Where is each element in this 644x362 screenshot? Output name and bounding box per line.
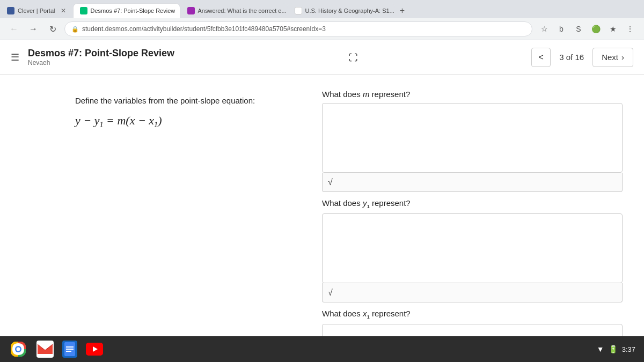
tab-desmos[interactable]: Desmos #7: Point-Slope Review ✕	[73, 3, 180, 18]
taskbar-chrome-icon[interactable]	[9, 339, 28, 359]
q3-label: What does x1 represent?	[322, 309, 623, 320]
tab-google-geo-label: U.S. History & Geography-A: S1...	[305, 8, 394, 14]
student-name: Nevaeh	[28, 59, 174, 67]
tab-brainly[interactable]: Answered: What is the correct e... ✕	[180, 3, 288, 18]
taskbar-apps	[9, 339, 103, 359]
tab-clever[interactable]: Clever | Portal ✕	[0, 3, 73, 18]
tab-brainly-label: Answered: What is the correct e...	[198, 8, 287, 14]
wifi-icon: ▼	[597, 345, 604, 353]
extension-star-icon[interactable]: ★	[605, 21, 620, 36]
q2-math-input[interactable]: √	[322, 283, 623, 302]
svg-rect-6	[66, 349, 74, 350]
main-content: Define the variables from the point-slop…	[0, 75, 644, 362]
hamburger-menu[interactable]: ☰	[11, 51, 19, 63]
q1-sqrt-icon: √	[328, 178, 333, 187]
page-counter: 3 of 16	[553, 53, 590, 62]
clever-tab-icon	[7, 7, 14, 14]
equation-display: y − y1 = m(x − x1)	[75, 114, 301, 129]
reload-button[interactable]: ↻	[45, 21, 60, 36]
equation-text: y − y1 = m(x − x1)	[75, 114, 162, 127]
address-bar: ← → ↻ 🔒 student.desmos.com/activitybuild…	[0, 18, 644, 40]
clock-display: 3:37	[622, 345, 635, 353]
taskbar: ▼ 🔋 3:37	[0, 336, 644, 362]
q1-answer-box[interactable]	[322, 103, 623, 173]
browser-actions: ☆ b S 🟢 ★ ⋮	[537, 21, 638, 36]
tab-clever-label: Clever | Portal	[18, 8, 55, 14]
battery-icon: 🔋	[609, 345, 618, 353]
url-bar[interactable]: 🔒 student.desmos.com/activitybuilder/stu…	[64, 21, 532, 36]
header-left: ☰ Desmos #7: Point-Slope Review Nevaeh	[11, 48, 174, 67]
svg-rect-5	[66, 346, 74, 348]
new-tab-button[interactable]: +	[395, 3, 410, 18]
lock-icon: 🔒	[71, 26, 79, 33]
q1-label: What does m represent?	[322, 90, 623, 99]
q2-sqrt-icon: √	[328, 288, 333, 298]
prev-button[interactable]: <	[531, 48, 551, 67]
q2-answer-box[interactable]	[322, 213, 623, 283]
tab-bar: Clever | Portal ✕ Desmos #7: Point-Slope…	[0, 0, 644, 18]
tab-desmos-label: Desmos #7: Point-Slope Review	[91, 8, 175, 14]
next-chevron-icon: ›	[621, 53, 624, 62]
forward-button[interactable]: →	[26, 21, 41, 36]
bookmark-icon[interactable]: ☆	[537, 21, 552, 36]
svg-rect-7	[66, 351, 71, 352]
profile-icon[interactable]: 🟢	[588, 21, 603, 36]
q2-label: What does y1 represent?	[322, 198, 623, 209]
next-button[interactable]: Next ›	[592, 48, 633, 67]
more-options-icon[interactable]: ⋮	[623, 21, 638, 36]
taskbar-right: ▼ 🔋 3:37	[597, 345, 635, 353]
activity-title: Desmos #7: Point-Slope Review	[28, 48, 174, 59]
tab-google-geo[interactable]: U.S. History & Geography-A: S1... ✕	[288, 3, 395, 18]
expand-button[interactable]	[345, 49, 362, 66]
right-panel: What does m represent? √ What does y1 re…	[322, 75, 644, 362]
google-geo-tab-icon	[295, 7, 302, 14]
taskbar-docs-icon[interactable]	[62, 341, 77, 358]
app-header: ☰ Desmos #7: Point-Slope Review Nevaeh <…	[0, 40, 644, 75]
left-panel: Define the variables from the point-slop…	[0, 75, 322, 362]
extension-s-icon[interactable]: S	[571, 21, 586, 36]
tab-clever-close[interactable]: ✕	[61, 7, 66, 14]
q1-math-input[interactable]: √	[322, 173, 623, 192]
back-button[interactable]: ←	[6, 21, 21, 36]
header-title-block: Desmos #7: Point-Slope Review Nevaeh	[28, 48, 174, 67]
brainly-tab-icon	[187, 7, 195, 14]
taskbar-youtube-icon[interactable]	[86, 343, 103, 356]
url-text: student.desmos.com/activitybuilder/stude…	[82, 25, 326, 33]
taskbar-gmail-icon[interactable]	[36, 341, 54, 358]
instruction-text: Define the variables from the point-slop…	[75, 96, 301, 105]
svg-point-2	[17, 348, 20, 351]
extension-b-icon[interactable]: b	[554, 21, 569, 36]
desmos-tab-icon	[80, 7, 87, 14]
next-label: Next	[602, 53, 618, 62]
header-right: < 3 of 16 Next ›	[531, 48, 633, 67]
